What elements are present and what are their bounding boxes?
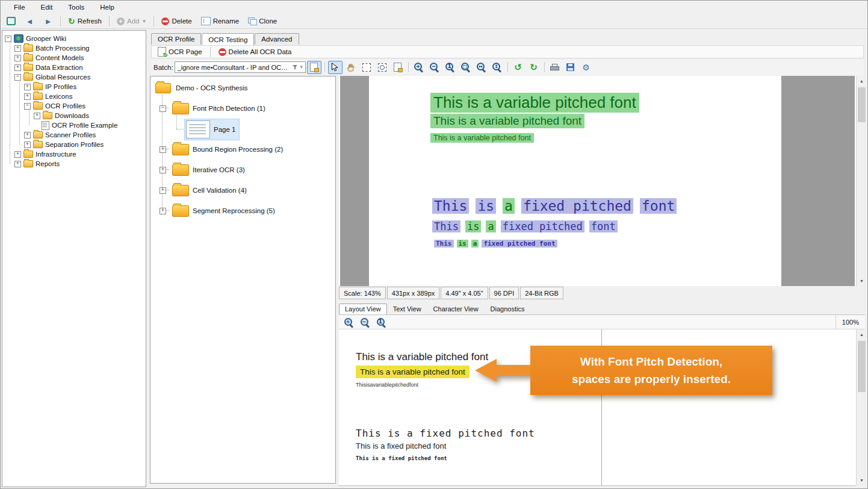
select-region-tool-button[interactable] [359,61,374,74]
document-preview[interactable]: This is a variable pitched font This is … [339,76,856,286]
delete-all-ocr-data-button[interactable]: Delete All OCR Data [215,46,296,58]
batch-folder-iterative-ocr[interactable]: Iterative OCR (3) [160,163,245,176]
chevron-down-icon[interactable]: ▼ [299,64,304,70]
ocr-page-button[interactable]: OCR Page [154,45,206,58]
batch-folder-bound-region-processing[interactable]: Bound Region Processing (2) [160,143,283,156]
batch-page-1[interactable]: Page 1 [184,119,240,140]
layout-view-panel[interactable]: This is a variable pitched font This is … [339,329,856,486]
zoom-fit-height-button[interactable] [490,61,504,74]
tab-layout-view[interactable]: Layout View [339,304,387,314]
scroll-up-icon[interactable]: ▲ [857,329,867,340]
ocr-word: is [465,220,481,232]
clone-button[interactable]: Clone [244,16,281,26]
batch-folder-cell-validation[interactable]: Cell Validation (4) [160,184,247,197]
batch-folder-font-pitch-detection[interactable]: Font Pitch Detection (1) [160,102,265,115]
ocr-line-fixed-medium: Thisisafixed pitchedfont [432,220,622,232]
menu-tools[interactable]: Tools [61,2,91,12]
tree-item-batch-processing[interactable]: Batch Processing [2,43,146,53]
tree-item-infrastructure[interactable]: Infrastructure [2,149,146,159]
expand-icon[interactable] [24,93,31,100]
zoom-fit-height-icon [492,62,502,72]
batch-select[interactable]: _ignore me•Consultant - IP and OCR... ▼ [175,61,306,73]
refresh-icon: ↻ [68,17,75,25]
expand-icon[interactable] [160,208,166,214]
menu-file[interactable]: File [7,2,33,12]
scroll-down-icon[interactable]: ▼ [857,475,867,485]
tab-ocr-profile[interactable]: OCR Profile [151,33,201,45]
zoom-fit-page-button[interactable] [459,61,473,74]
root-node-button[interactable] [3,15,19,27]
collapse-icon[interactable] [5,36,11,42]
tab-character-view[interactable]: Character View [427,304,485,314]
tree-item-ocr-profiles[interactable]: OCR Profiles [2,101,146,111]
scrollbar-thumb[interactable] [858,341,866,392]
layout-zoom-in-button[interactable] [341,316,356,329]
collapse-icon[interactable] [24,103,31,110]
tree-item-ocr-profile-example[interactable]: OCR Profile Example [2,120,146,130]
save-button[interactable] [563,61,578,74]
lock-pages-toggle[interactable] [307,61,321,74]
back-button[interactable]: ◀ [21,16,38,26]
tree-item-downloads[interactable]: Downloads [2,111,146,120]
expand-icon[interactable] [160,187,166,194]
collapse-icon[interactable] [160,105,166,112]
expand-icon[interactable] [24,142,31,148]
pan-tool-button[interactable] [344,61,358,74]
scroll-up-icon[interactable]: ▲ [857,76,867,86]
expand-icon[interactable] [160,167,166,173]
menu-help[interactable]: Help [93,2,122,12]
menu-edit[interactable]: Edit [34,2,60,12]
zoom-out-button[interactable] [427,61,442,74]
scroll-down-icon[interactable]: ▼ [857,276,867,286]
collapse-icon[interactable] [14,74,21,81]
image-settings-button[interactable]: ⚙ [579,61,594,74]
expand-icon[interactable] [14,161,21,167]
expand-icon[interactable] [24,84,31,90]
tree-item-lexicons[interactable]: Lexicons [2,92,146,101]
scrollbar-thumb[interactable] [858,87,866,122]
page-thumbnail[interactable] [186,120,210,139]
tree-item-grooper-wiki[interactable]: Grooper Wiki [2,34,146,43]
layout-scrollbar[interactable]: ▲ ▼ [856,329,866,485]
expand-icon[interactable] [34,113,40,119]
expand-icon[interactable] [14,151,21,158]
zoom-actual-size-button[interactable] [443,61,457,74]
expand-icon[interactable] [14,55,21,61]
page-label: Page 1 [214,126,235,133]
expand-icon[interactable] [14,64,21,71]
tree-item-separation-profiles[interactable]: Separation Profiles [2,140,146,149]
zoom-in-button[interactable] [412,61,426,74]
layout-zoom-out-button[interactable] [358,316,372,329]
delete-button[interactable]: Delete [158,16,195,27]
tree-item-content-models[interactable]: Content Models [2,53,146,63]
rotate-left-button[interactable]: ↺ [511,61,525,74]
layout-zoom-actual-button[interactable] [374,316,388,329]
filter-icon[interactable] [293,64,298,70]
expand-icon[interactable] [24,132,31,139]
tree-item-scanner-profiles[interactable]: Scanner Profiles [2,130,146,140]
batch-folder-segment-reprocessing[interactable]: Segment Reprocessing (5) [160,204,275,217]
zoom-fit-width-button[interactable] [474,61,489,74]
add-button[interactable]: + Add ▼ [113,16,150,27]
page-magnifier-tool-button[interactable] [391,61,405,74]
preview-scrollbar[interactable]: ▲ ▼ [856,76,866,286]
print-button[interactable] [548,61,562,74]
tree-item-reports[interactable]: Reports [2,159,146,169]
zoom-region-tool-button[interactable] [375,61,389,74]
rotate-right-button[interactable]: ↻ [527,61,541,74]
tab-text-view[interactable]: Text View [387,304,427,314]
rename-button[interactable]: Rename [197,15,243,27]
tree-item-global-resources[interactable]: Global Resources [2,72,146,82]
tab-advanced[interactable]: Advanced [255,33,299,45]
batch-root-node[interactable]: Demo - OCR Synthesis [155,81,248,95]
tree-item-data-extraction[interactable]: Data Extraction [2,63,146,72]
expand-icon[interactable] [14,45,21,52]
refresh-button[interactable]: ↻ Refresh [64,15,105,27]
zoom-fit-icon [460,62,471,72]
tab-diagnostics[interactable]: Diagnostics [485,304,531,314]
forward-button[interactable]: ▶ [40,16,57,26]
expand-icon[interactable] [160,146,166,153]
tab-ocr-testing[interactable]: OCR Testing [202,33,254,45]
tree-item-ip-profiles[interactable]: IP Profiles [2,82,146,92]
pointer-tool-button[interactable] [328,61,343,74]
